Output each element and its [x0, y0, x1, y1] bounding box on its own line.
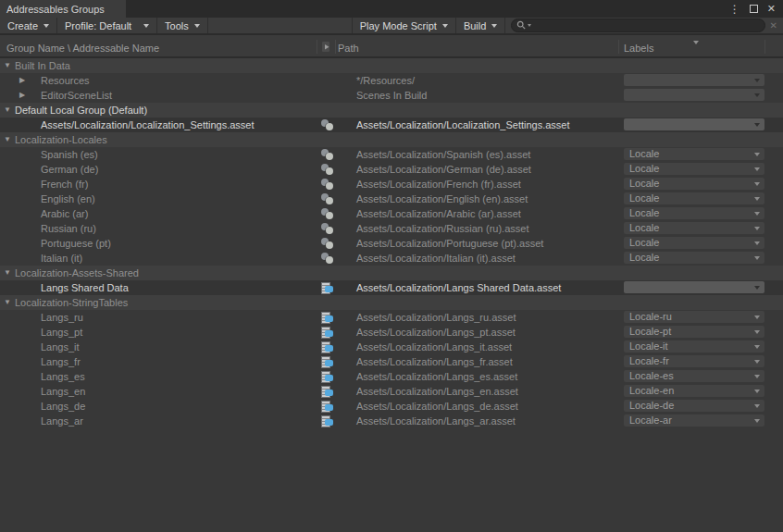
column-divider[interactable]	[335, 40, 336, 54]
search-field[interactable]	[511, 19, 764, 32]
entry-name: Langs_es	[41, 369, 85, 384]
labels-dropdown[interactable]: Locale	[624, 222, 764, 234]
column-path[interactable]: Path	[338, 35, 359, 58]
search-input[interactable]	[531, 20, 759, 31]
foldout-collapsed-icon[interactable]: ▶	[19, 88, 25, 103]
entry-path: */Resources/	[356, 73, 415, 88]
group-row[interactable]: ▼Default Local Group (Default)	[0, 103, 783, 118]
entry-name: Spanish (es)	[41, 147, 98, 162]
entry-row[interactable]: Spanish (es)Assets/Localization/Spanish …	[0, 147, 783, 162]
entry-row[interactable]: English (en)Assets/Localization/English …	[0, 192, 783, 206]
entry-row[interactable]: Italian (it)Assets/Localization/Italian …	[0, 251, 783, 266]
entry-path: Assets/Localization/French (fr).asset	[356, 177, 521, 192]
create-button[interactable]: Create	[0, 18, 57, 33]
chevron-down-icon	[754, 404, 760, 408]
entry-row[interactable]: Russian (ru)Assets/Localization/Russian …	[0, 221, 783, 236]
column-divider[interactable]	[764, 40, 765, 54]
column-divider[interactable]	[618, 40, 619, 54]
foldout-expanded-icon[interactable]: ▼	[4, 266, 11, 280]
entry-row[interactable]: Langs_itAssets/Localization/Langs_it.ass…	[0, 340, 783, 354]
scriptable-object-icon	[321, 238, 333, 249]
entry-row[interactable]: Langs_ptAssets/Localization/Langs_pt.ass…	[0, 325, 783, 340]
labels-dropdown[interactable]: Locale-fr	[624, 355, 764, 367]
label-value: Locale-de	[629, 400, 674, 412]
foldout-expanded-icon[interactable]: ▼	[4, 103, 11, 118]
entry-row[interactable]: Langs_esAssets/Localization/Langs_es.ass…	[0, 369, 783, 384]
entry-row[interactable]: Assets/Localization/Localization_Setting…	[0, 118, 783, 132]
labels-dropdown[interactable]: Locale-en	[624, 385, 764, 397]
labels-dropdown[interactable]	[624, 118, 764, 130]
entry-row[interactable]: Langs_frAssets/Localization/Langs_fr.ass…	[0, 354, 783, 369]
labels-dropdown[interactable]	[624, 281, 764, 293]
group-row[interactable]: ▼Localization-StringTables	[0, 295, 783, 310]
entry-path: Assets/Localization/Arabic (ar).asset	[356, 206, 521, 221]
labels-dropdown[interactable]: Locale-ru	[624, 311, 764, 323]
labels-dropdown[interactable]: Locale	[624, 148, 764, 160]
entry-state-column-icon[interactable]	[321, 41, 332, 53]
column-divider[interactable]	[317, 40, 317, 54]
entry-row[interactable]: ▶Resources*/Resources/	[0, 73, 783, 88]
entry-row[interactable]: Langs_deAssets/Localization/Langs_de.ass…	[0, 399, 783, 414]
foldout-expanded-icon[interactable]: ▼	[4, 58, 11, 73]
labels-dropdown[interactable]: Locale	[624, 252, 764, 264]
tools-button[interactable]: Tools	[157, 18, 208, 33]
entry-row[interactable]: French (fr)Assets/Localization/French (f…	[0, 177, 783, 192]
entry-row[interactable]: ▶EditorSceneListScenes In Build	[0, 88, 783, 103]
group-row[interactable]: ▼Localization-Assets-Shared	[0, 266, 783, 280]
labels-dropdown[interactable]: Locale-ar	[624, 414, 764, 427]
chevron-down-icon	[754, 167, 760, 171]
group-name: Default Local Group (Default)	[15, 103, 147, 118]
labels-dropdown[interactable]: Locale-it	[624, 340, 764, 353]
labels-dropdown[interactable]: Locale	[624, 192, 764, 204]
labels-dropdown[interactable]: Locale-pt	[624, 326, 764, 338]
label-value: Locale	[629, 252, 659, 264]
foldout-expanded-icon[interactable]: ▼	[4, 132, 11, 147]
labels-dropdown[interactable]: Locale-de	[624, 400, 764, 412]
labels-dropdown[interactable]	[624, 74, 764, 86]
search-clear-icon[interactable]: ✕	[770, 21, 777, 31]
entry-row[interactable]: German (de)Assets/Localization/German (d…	[0, 162, 783, 177]
group-row[interactable]: ▼Localization-Locales	[0, 132, 783, 147]
entry-row[interactable]: Portuguese (pt)Assets/Localization/Portu…	[0, 236, 783, 251]
entry-path: Assets/Localization/Langs_ar.asset	[356, 414, 516, 428]
entry-row[interactable]: Langs_ruAssets/Localization/Langs_ru.ass…	[0, 310, 783, 325]
sort-descending-icon[interactable]	[693, 41, 699, 44]
entry-row[interactable]: Langs Shared DataAssets/Localization/Lan…	[0, 280, 783, 295]
tab-bar: Addressables Groups ⋮ ✕	[0, 0, 783, 18]
group-row[interactable]: ▼Built In Data	[0, 58, 783, 73]
column-group-name[interactable]: Group Name \ Addressable Name	[6, 35, 159, 58]
labels-dropdown[interactable]: Locale-es	[624, 370, 764, 382]
entry-row[interactable]: Langs_arAssets/Localization/Langs_ar.ass…	[0, 414, 783, 428]
search-icon[interactable]	[516, 20, 531, 31]
window-menu-icon[interactable]: ⋮	[729, 4, 740, 15]
column-labels[interactable]: Labels	[624, 35, 653, 58]
chevron-down-icon	[754, 123, 760, 127]
labels-dropdown[interactable]: Locale	[624, 237, 764, 249]
labels-dropdown[interactable]: Locale	[624, 207, 764, 219]
labels-dropdown[interactable]	[624, 89, 764, 101]
entry-name: French (fr)	[41, 177, 88, 192]
foldout-expanded-icon[interactable]: ▼	[4, 295, 11, 310]
play-mode-script-label: Play Mode Script	[360, 20, 437, 31]
entry-row[interactable]: Arabic (ar)Assets/Localization/Arabic (a…	[0, 206, 783, 221]
group-name: Built In Data	[15, 58, 70, 73]
entry-name: Langs_pt	[41, 325, 82, 340]
entry-name: Langs_ar	[41, 414, 83, 428]
chevron-down-icon	[754, 153, 760, 156]
labels-dropdown[interactable]: Locale	[624, 178, 764, 190]
entry-row[interactable]: Langs_enAssets/Localization/Langs_en.ass…	[0, 384, 783, 399]
foldout-collapsed-icon[interactable]: ▶	[19, 73, 25, 88]
toolbar: Create Profile: Default Tools Play Mode …	[0, 18, 783, 35]
entry-path: Assets/Localization/Portuguese (pt).asse…	[356, 236, 543, 251]
chevron-down-icon	[754, 79, 760, 82]
close-icon[interactable]: ✕	[767, 4, 776, 14]
build-button[interactable]: Build	[456, 18, 505, 33]
play-mode-script-button[interactable]: Play Mode Script	[353, 18, 456, 33]
tab-addressables-groups[interactable]: Addressables Groups	[0, 0, 126, 18]
string-table-icon	[321, 341, 333, 353]
maximize-icon[interactable]	[750, 5, 758, 13]
chevron-down-icon	[754, 345, 760, 349]
profile-dropdown[interactable]: Profile: Default	[57, 18, 157, 33]
labels-dropdown[interactable]: Locale	[624, 163, 764, 175]
string-table-icon	[321, 386, 333, 397]
